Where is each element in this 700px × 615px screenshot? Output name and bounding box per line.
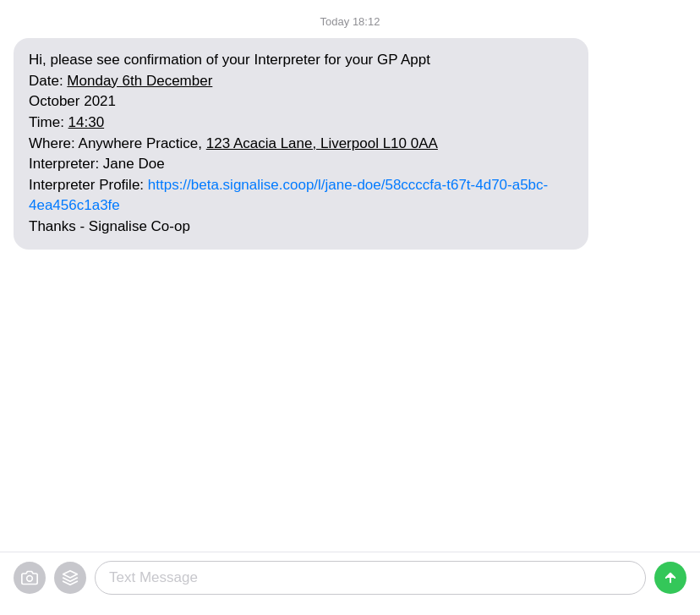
message-profile-label: Interpreter Profile: [29, 177, 148, 193]
message-bubble: Hi, please see confirmation of your Inte… [14, 38, 588, 250]
svg-point-0 [27, 576, 33, 582]
messages-area: Hi, please see confirmation of your Inte… [0, 38, 700, 552]
message-date-label: Date: [29, 73, 67, 89]
message-time-value: 14:30 [68, 114, 105, 130]
message-timestamp: Today 18:12 [320, 15, 380, 28]
message-interpreter: Interpreter: Jane Doe [29, 156, 165, 172]
send-button[interactable] [654, 562, 686, 594]
message-date-value: Monday 6th December [67, 73, 212, 89]
message-where-label: Where: Anywhere Practice, [29, 135, 206, 151]
message-date-extra: October 2021 [29, 93, 116, 109]
camera-button[interactable] [14, 562, 46, 594]
input-bar: Text Message [0, 552, 700, 615]
message-signoff: Thanks - Signalise Co-op [29, 218, 190, 234]
text-message-placeholder: Text Message [109, 569, 198, 586]
message-intro: Hi, please see confirmation of your Inte… [29, 52, 430, 68]
message-where-address: 123 Acacia Lane, Liverpool L10 0AA [206, 135, 438, 151]
text-message-input-wrap[interactable]: Text Message [95, 561, 646, 595]
message-time-label: Time: [29, 114, 68, 130]
apps-button[interactable] [54, 562, 86, 594]
